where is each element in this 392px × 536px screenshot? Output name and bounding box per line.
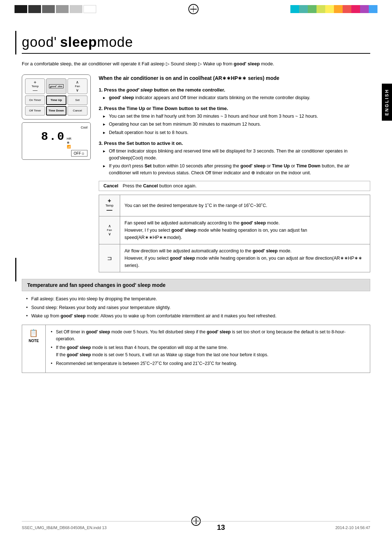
- color-red: [343, 5, 351, 13]
- remote-offtimer-btn: Off Timer: [25, 106, 45, 115]
- note-label-col: 📋 NOTE: [22, 325, 46, 373]
- remote-goodsleep-btn: good' slee: [46, 78, 66, 94]
- color-orange: [334, 5, 343, 13]
- note-icon: 📋: [29, 329, 38, 337]
- color-block-6: [83, 5, 96, 13]
- display-off: OFF☼: [71, 150, 87, 157]
- page-title: good' sleepmode: [22, 34, 370, 54]
- top-bar-left: [15, 5, 96, 13]
- note-box: 📋 NOTE • Set Off timer in good' sleep mo…: [22, 325, 370, 373]
- remote-cancel-btn: Cancel: [68, 106, 87, 115]
- step-1: 1. Press the good' sleep button on the r…: [99, 87, 370, 101]
- color-block-2: [28, 5, 41, 13]
- color-teal: [299, 5, 308, 13]
- bullet-sound-sleep: • Sound sleep: Relaxes your body and rai…: [26, 304, 370, 311]
- remote-timedown-btn: Time Down: [46, 106, 66, 115]
- remote-fan-btn: ∧ Fan ∨: [68, 78, 87, 94]
- table-cell-temp: You can set the desired temperature by 1…: [120, 195, 370, 216]
- settings-table: + Temp — You can set the desired tempera…: [99, 195, 370, 272]
- remote-set-btn: Set: [68, 96, 87, 105]
- instructions-panel: When the air conditioner is on and in co…: [99, 74, 370, 272]
- bullet-wake-up: • Wake up from good' sleep mode: Allows …: [26, 313, 370, 320]
- margin-line-top: [15, 31, 16, 54]
- step-2-bullet-2: ▶ Operating hour can be set from minimum…: [103, 121, 370, 128]
- step-2-bullet-3: ▶ Default operation hour is set to 8 hou…: [103, 129, 370, 136]
- display-number: 8.0: [41, 130, 65, 143]
- remote-temp-btn: + Temp —: [25, 78, 45, 94]
- color-strip: [290, 5, 377, 13]
- temp-section-title: Temperature and fan speed changes in goo…: [22, 279, 370, 291]
- color-block-5: [70, 5, 82, 13]
- intro-paragraph: For a comfortable sleep, the air conditi…: [22, 60, 370, 68]
- table-cell-airflow: Air flow direction will be adjusted auto…: [120, 244, 370, 272]
- table-row-fan: ∧ Fan ∨ Fan speed will be adjusted autom…: [99, 216, 370, 244]
- footer-file: SSEC_UMG_IB&IM_DB68-04508A_EN.indd 13: [22, 525, 107, 530]
- color-lime: [317, 5, 325, 13]
- step-2-title: 2. Press the Time Up or Time Down button…: [99, 106, 370, 111]
- section-heading: When the air conditioner is on and in co…: [99, 74, 370, 82]
- top-center: [96, 4, 290, 14]
- top-bar: [0, 4, 392, 15]
- display-hr-icons: HR ❄ 📶: [67, 137, 72, 149]
- color-block-1: [15, 5, 27, 13]
- remote-diagram: + Temp — good' slee ∧ Fan ∨ On Timer: [22, 74, 91, 272]
- table-row-temp: + Temp — You can set the desired tempera…: [99, 195, 370, 216]
- remote-ontimer-btn: On Timer: [25, 96, 45, 105]
- crosshair-icon: [188, 4, 199, 14]
- table-cell-fan: Fan speed will be adjusted automatically…: [120, 216, 370, 244]
- step-2: 2. Press the Time Up or Time Down button…: [99, 106, 370, 136]
- step-3-bullet-2: ▶ If you don't press Set button within 1…: [103, 163, 370, 176]
- display-box: Cool 8.0 HR ❄ 📶 OFF☼: [22, 122, 91, 160]
- note-content: • Set Off timer in good' sleep mode over…: [46, 325, 370, 373]
- note-bullet-2: • If the good' sleep mode is set less th…: [51, 344, 365, 358]
- margin-line-bottom: [15, 258, 16, 281]
- color-block-4: [56, 5, 69, 13]
- note-bullet-3: • Recommended set temperature is between…: [51, 360, 365, 367]
- bullet-fall-asleep: • Fall asleep: Eases you into sleep by d…: [26, 296, 370, 302]
- page-footer: SSEC_UMG_IB&IM_DB68-04508A_EN.indd 13 13…: [22, 521, 370, 532]
- english-sidebar-label: ENGLISH: [382, 84, 392, 121]
- color-cyan: [290, 5, 299, 13]
- cancel-text: Press the Cancel button once again.: [123, 183, 197, 188]
- page-number: 13: [217, 523, 225, 532]
- remote-timeup-btn: Time Up: [46, 96, 66, 105]
- bottom-bullets: • Fall asleep: Eases you into sleep by d…: [22, 296, 370, 320]
- color-purple: [360, 5, 369, 13]
- step-3-title: 3. Press the Set button to active it on.: [99, 141, 370, 146]
- note-bullet-1: • Set Off timer in good' sleep mode over…: [51, 329, 365, 342]
- table-row-airflow: ⊐ Air flow direction will be adjusted au…: [99, 244, 370, 272]
- step-3-bullet-1: ▶ Off timer indicator stops blinking and…: [103, 148, 370, 162]
- step-1-title: 1. Press the good' sleep button on the r…: [99, 87, 370, 93]
- note-label: NOTE: [29, 339, 39, 343]
- cool-label: Cool: [25, 126, 87, 129]
- color-pink: [351, 5, 360, 13]
- color-blue: [369, 5, 377, 13]
- bottom-section: Temperature and fan speed changes in goo…: [22, 279, 370, 373]
- step-2-bullet-1: ▶ You can set the time in half hourly un…: [103, 113, 370, 120]
- cancel-label: Cancel: [103, 183, 118, 188]
- step-3: 3. Press the Set button to active it on.…: [99, 141, 370, 176]
- footer-date: 2014-2-10 14:56:47: [335, 525, 370, 530]
- step-1-bullet-1: ▶ good' sleep indicator appears and Off …: [103, 94, 370, 101]
- color-block-3: [42, 5, 55, 13]
- color-yellow: [325, 5, 334, 13]
- color-green: [308, 5, 317, 13]
- cancel-note: Cancel Press the Cancel button once agai…: [99, 181, 370, 191]
